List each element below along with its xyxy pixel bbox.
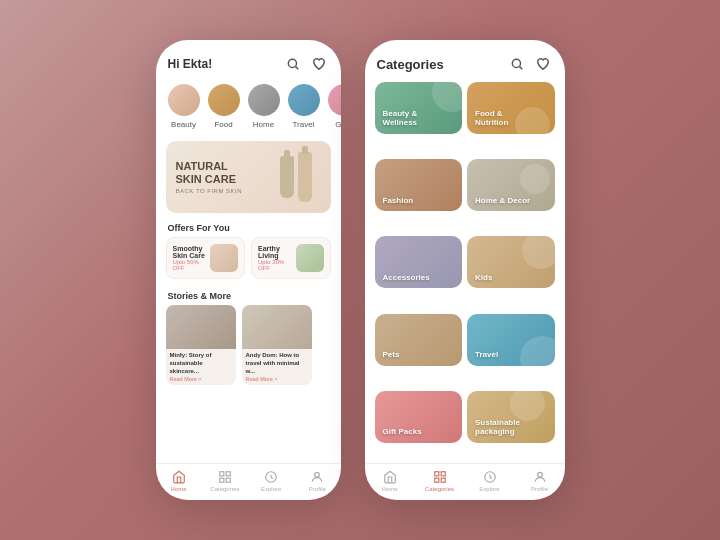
- tile-pets-label: Pets: [383, 350, 400, 360]
- story-read-1[interactable]: Read More >: [170, 376, 232, 382]
- right-phone: Categories Beauty &Wellness Food &Nutrit…: [365, 40, 565, 500]
- cat-gifts-label: Gifts: [335, 120, 340, 129]
- tile-fashion-label: Fashion: [383, 196, 414, 206]
- tile-gift-packs[interactable]: Gift Packs: [375, 391, 463, 443]
- nav-profile-label: Profile: [309, 486, 326, 492]
- svg-rect-12: [434, 478, 438, 482]
- right-nav-categories[interactable]: Categories: [415, 470, 465, 492]
- tile-fashion[interactable]: Fashion: [375, 159, 463, 211]
- tile-pets[interactable]: Pets: [375, 314, 463, 366]
- svg-rect-11: [441, 472, 445, 476]
- tile-sustainable-packaging[interactable]: Sustainablepackaging: [467, 391, 555, 443]
- tile-beauty-label: Beauty &Wellness: [383, 109, 418, 128]
- cat-gifts[interactable]: Gifts: [328, 84, 341, 129]
- right-nav-profile[interactable]: Profile: [515, 470, 565, 492]
- tile-home-decor[interactable]: Home & Decor: [467, 159, 555, 211]
- offer-text-2: Earthy Living Upto 30% OFF: [258, 245, 292, 271]
- cat-food[interactable]: Food: [208, 84, 240, 129]
- svg-rect-5: [226, 478, 230, 482]
- offer-name-1: Smoothy Skin Care: [173, 245, 207, 259]
- categories-title: Categories: [377, 57, 444, 72]
- cat-travel[interactable]: Travel: [288, 84, 320, 129]
- offers-title: Offers For You: [156, 217, 341, 237]
- tile-deco: [520, 164, 550, 194]
- svg-line-9: [519, 67, 522, 70]
- right-header: Categories: [365, 40, 565, 82]
- right-nav-explore-label: Explore: [479, 486, 499, 492]
- offer-card-1[interactable]: Smoothy Skin Care Upto 50% OFF: [166, 237, 246, 279]
- categories-grid: Beauty &Wellness Food &Nutrition Fashion…: [365, 82, 565, 463]
- tile-accessories-label: Accessories: [383, 273, 430, 283]
- tile-food-nutrition[interactable]: Food &Nutrition: [467, 82, 555, 134]
- right-wishlist-button[interactable]: [533, 54, 553, 74]
- tile-travel[interactable]: Travel: [467, 314, 555, 366]
- tile-deco: [520, 336, 555, 366]
- bottom-nav-right: Home Categories Explore Profile: [365, 463, 565, 500]
- offer-text-1: Smoothy Skin Care Upto 50% OFF: [173, 245, 207, 271]
- greeting: Hi Ekta!: [168, 57, 213, 71]
- right-nav-home[interactable]: Home: [365, 470, 415, 492]
- svg-point-15: [537, 472, 542, 477]
- stories-title: Stories & More: [156, 285, 341, 305]
- story-card-1[interactable]: Minfy: Story of sustainable skincare... …: [166, 305, 236, 385]
- right-search-button[interactable]: [507, 54, 527, 74]
- nav-home[interactable]: Home: [156, 470, 202, 492]
- story-read-2[interactable]: Read More >: [246, 376, 308, 382]
- svg-rect-10: [434, 472, 438, 476]
- nav-explore-label: Explore: [261, 486, 281, 492]
- tile-travel-label: Travel: [475, 350, 498, 360]
- banner-line1: NATURAL: [176, 160, 243, 173]
- offer-name-2: Earthy Living: [258, 245, 292, 259]
- right-nav-home-label: Home: [381, 486, 397, 492]
- svg-rect-3: [226, 472, 230, 476]
- right-nav-categories-label: Categories: [425, 486, 454, 492]
- story-img-1: [166, 305, 236, 349]
- svg-point-8: [512, 59, 520, 67]
- cat-home-label: Home: [253, 120, 274, 129]
- tile-sustainable-label: Sustainablepackaging: [475, 418, 520, 437]
- offers-row: Smoothy Skin Care Upto 50% OFF Earthy Li…: [156, 237, 341, 285]
- nav-profile[interactable]: Profile: [294, 470, 340, 492]
- nav-categories[interactable]: Categories: [202, 470, 248, 492]
- tile-food-label: Food &Nutrition: [475, 109, 508, 128]
- story-card-2[interactable]: Andy Dom: How to travel with minimal w..…: [242, 305, 312, 385]
- search-button[interactable]: [283, 54, 303, 74]
- cat-beauty[interactable]: Beauty: [168, 84, 200, 129]
- banner-text: NATURAL SKIN CARE BACK TO FIRM SKIN: [176, 160, 243, 194]
- nav-home-label: Home: [171, 486, 187, 492]
- svg-rect-2: [220, 472, 224, 476]
- offer-thumb-1: [210, 244, 238, 272]
- stories-row: Minfy: Story of sustainable skincare... …: [156, 305, 341, 391]
- story-body-2: Andy Dom: How to travel with minimal w..…: [242, 349, 312, 385]
- offer-card-2[interactable]: Earthy Living Upto 30% OFF: [251, 237, 331, 279]
- svg-rect-13: [441, 478, 445, 482]
- left-phone: Hi Ekta! Beauty Food Home Travel: [156, 40, 341, 500]
- left-header: Hi Ekta!: [156, 40, 341, 80]
- bottom-nav-left: Home Categories Explore Profile: [156, 463, 341, 500]
- nav-explore[interactable]: Explore: [248, 470, 294, 492]
- tile-deco: [432, 82, 462, 112]
- cat-travel-label: Travel: [293, 120, 315, 129]
- tile-kids[interactable]: Kids: [467, 236, 555, 288]
- cat-home[interactable]: Home: [248, 84, 280, 129]
- nav-categories-label: Categories: [210, 486, 239, 492]
- tile-homedecor-label: Home & Decor: [475, 196, 530, 206]
- story-title-1: Minfy: Story of sustainable skincare...: [170, 352, 232, 375]
- offer-discount-2: Upto 30% OFF: [258, 259, 292, 271]
- offer-discount-1: Upto 50% OFF: [173, 259, 207, 271]
- cat-beauty-label: Beauty: [171, 120, 196, 129]
- tile-beauty-wellness[interactable]: Beauty &Wellness: [375, 82, 463, 134]
- tile-deco: [515, 107, 550, 134]
- svg-point-7: [315, 472, 320, 477]
- offer-thumb-2: [296, 244, 324, 272]
- tile-kids-label: Kids: [475, 273, 492, 283]
- tile-giftpacks-label: Gift Packs: [383, 427, 422, 437]
- wishlist-button[interactable]: [309, 54, 329, 74]
- banner-image: [271, 147, 321, 207]
- svg-rect-4: [220, 478, 224, 482]
- svg-line-1: [295, 67, 298, 70]
- right-nav-explore[interactable]: Explore: [465, 470, 515, 492]
- promo-banner[interactable]: NATURAL SKIN CARE BACK TO FIRM SKIN: [166, 141, 331, 213]
- tile-accessories[interactable]: Accessories: [375, 236, 463, 288]
- cat-food-label: Food: [214, 120, 232, 129]
